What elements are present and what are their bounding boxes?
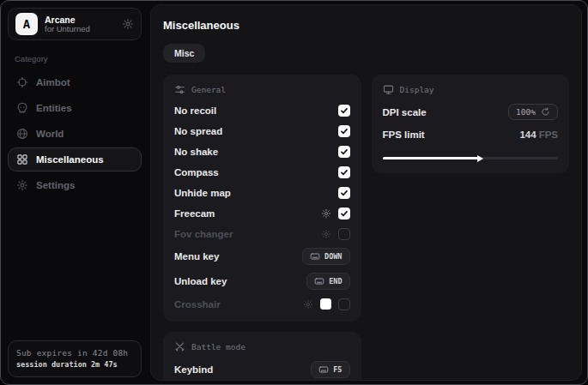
slider-value: 144FPS [519,129,558,140]
keyboard-icon [310,251,320,262]
fps-unit: FPS [539,129,558,140]
sidebar-nav: AimbotEntitiesWorldMiscellaneousSettings [8,70,142,197]
tab-misc[interactable]: Misc [163,44,205,63]
setting-label: FPS limit [383,129,425,140]
setting-controls [338,146,350,158]
dpi-scale-value: 100% [516,107,536,117]
setting-label: Fov changer [174,229,233,239]
globe-icon [16,128,28,140]
refresh-icon[interactable] [541,107,550,117]
content-columns: GeneralNo recoilNo spreadNo shakeCompass… [163,75,569,381]
sidebar-item-world[interactable]: World [8,122,142,146]
setting-label: Unload key [174,276,227,286]
color-swatch[interactable] [320,298,331,310]
setting-row-compass: Compass [174,165,350,178]
setting-row-fov-changer: Fov changer [174,227,350,240]
row-config-gear-icon[interactable] [303,299,313,310]
sliders-icon [174,84,185,95]
fps-limit-slider[interactable] [383,157,559,159]
checkbox-checked[interactable] [338,146,350,158]
sidebar: A Arcane for Unturned Category AimbotEnt… [1,1,149,384]
skull-icon [16,102,28,114]
setting-label: Freecam [174,208,215,219]
card-title: General [191,85,226,94]
sidebar-item-label: Aimbot [36,77,70,87]
setting-controls: 144FPS [519,129,558,140]
gear-icon [16,179,28,191]
sidebar-item-label: Settings [36,180,75,190]
app-subtitle: for Unturned [45,25,115,34]
general-card: GeneralNo recoilNo spreadNo shakeCompass… [163,75,361,322]
sidebar-item-aimbot[interactable]: Aimbot [8,70,142,94]
app-window: A Arcane for Unturned Category AimbotEnt… [0,0,588,385]
setting-controls: END [306,273,349,290]
app-meta: Arcane for Unturned [45,15,115,34]
card-header: Battle mode [174,341,350,352]
setting-row-menu-key: Menu keyDOWN [174,248,350,265]
sidebar-item-entities[interactable]: Entities [8,96,142,120]
sidebar-item-settings[interactable]: Settings [8,173,142,197]
checkbox-checked[interactable] [338,208,350,220]
setting-controls [338,166,350,178]
sidebar-item-label: Miscellaneous [36,154,104,165]
keyboard-icon [314,276,324,286]
keybind-value: DOWN [324,252,342,261]
row-config-gear-icon[interactable] [321,208,331,219]
checkbox-checked[interactable] [338,187,350,199]
setting-row-dpi-scale: DPI scale100% [383,104,559,120]
setting-row-no-shake: No shake [174,145,350,158]
setting-row-no-spread: No spread [174,124,350,137]
row-config-gear-icon[interactable] [321,229,331,239]
setting-controls [338,125,350,137]
left-column: GeneralNo recoilNo spreadNo shakeCompass… [163,75,361,381]
sidebar-item-miscellaneous[interactable]: Miscellaneous [8,147,142,171]
dpi-scale-badge[interactable]: 100% [508,104,558,120]
app-header-card: A Arcane for Unturned [8,8,142,40]
battle-mode-card: Battle modeKeybindF5 [163,332,361,381]
subscription-info-card: Sub expires in 42d 08h session duration … [8,340,142,377]
slider-thumb[interactable] [477,155,483,162]
monitor-icon [383,84,394,95]
keybind-value: END [329,277,342,286]
setting-row-keybind: KeybindF5 [174,361,350,378]
setting-controls [338,187,350,199]
main-panel: Miscellaneous Misc GeneralNo recoilNo sp… [150,4,582,381]
setting-row-fps-limit: FPS limit144FPS [383,128,559,141]
checkbox-unchecked[interactable] [338,298,350,310]
keybind-badge[interactable]: END [306,273,349,290]
right-column: DisplayDPI scale100%FPS limit144FPS [372,75,570,173]
setting-label: No recoil [174,105,216,116]
setting-label: No shake [174,147,218,157]
card-header: General [174,84,350,95]
category-label: Category [15,54,142,63]
setting-controls [338,105,350,117]
setting-controls [321,208,350,220]
keyboard-icon [318,364,329,375]
crosshair-icon [16,76,28,88]
checkbox-unchecked[interactable] [338,228,350,240]
checkbox-checked[interactable] [338,166,350,178]
sidebar-item-label: World [36,129,64,139]
setting-label: Unhide map [174,188,231,198]
setting-row-freecam: Freecam [174,207,350,220]
checkbox-checked[interactable] [338,125,350,137]
app-name: Arcane [45,15,115,25]
setting-controls [303,298,350,310]
setting-controls: 100% [508,104,558,120]
card-title: Display [400,85,434,94]
checkbox-checked[interactable] [338,105,350,117]
keybind-badge[interactable]: F5 [311,361,349,378]
tab-bar: Misc [163,44,569,63]
fps-value: 144 [519,129,536,140]
setting-controls: F5 [311,361,349,378]
setting-label: Crosshair [174,299,221,310]
setting-row-unhide-map: Unhide map [174,186,350,199]
swords-icon [174,341,185,352]
keybind-value: F5 [333,365,342,374]
setting-row-unload-key: Unload keyEND [174,273,350,290]
app-logo: A [15,13,38,35]
sub-expiry-text: Sub expires in 42d 08h [16,347,133,359]
keybind-badge[interactable]: DOWN [302,248,349,265]
app-settings-gear-icon[interactable] [122,18,134,30]
setting-row-no-recoil: No recoil [174,104,350,117]
